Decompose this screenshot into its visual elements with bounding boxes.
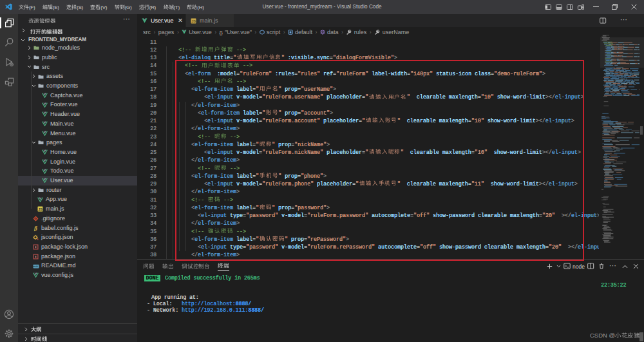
svg-text:β: β [33, 225, 37, 231]
svg-text:JS: JS [191, 19, 196, 23]
svg-text:s: s [37, 238, 39, 240]
svg-text:JS: JS [38, 208, 43, 212]
